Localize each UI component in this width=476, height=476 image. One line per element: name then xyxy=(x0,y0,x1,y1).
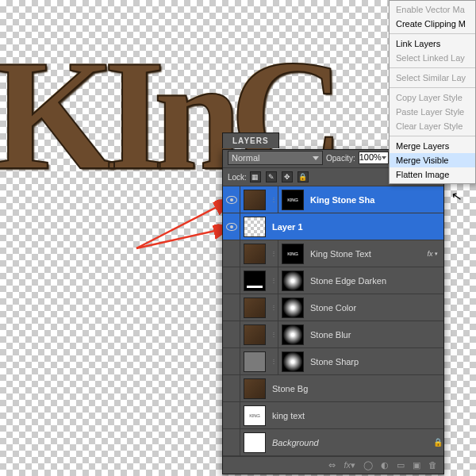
layer-thumbnail[interactable]: KING xyxy=(282,190,304,210)
eye-icon xyxy=(226,196,237,204)
adjustment-layer-icon[interactable]: ◐ xyxy=(381,460,389,470)
link-icon: ⋮ xyxy=(269,186,278,213)
visibility-toggle[interactable] xyxy=(223,321,240,347)
layer-row[interactable]: Background🔒 xyxy=(223,429,443,456)
layer-row[interactable]: Stone Bg xyxy=(223,375,443,402)
link-layers-icon[interactable]: ⇔ xyxy=(328,460,336,470)
layer-thumbnail[interactable] xyxy=(244,324,266,345)
layer-row[interactable]: Layer 1 xyxy=(223,213,443,240)
layer-row[interactable]: ⋮KINGKing Stone Sha xyxy=(223,186,443,213)
link-icon: ⋮ xyxy=(269,348,278,374)
menu-item: Copy Layer Style xyxy=(390,90,475,105)
visibility-toggle[interactable] xyxy=(223,402,240,428)
layer-row[interactable]: ⋮Stone Edge Darken xyxy=(223,267,443,294)
layer-name[interactable]: King Stone Text xyxy=(307,249,421,259)
menu-separator xyxy=(390,33,475,34)
layer-name[interactable]: Stone Edge Darken xyxy=(307,276,443,286)
menu-separator xyxy=(390,87,475,88)
layer-mask-icon[interactable]: ◯ xyxy=(363,460,373,470)
layer-thumbnail[interactable] xyxy=(244,271,266,291)
lock-icon: 🔒 xyxy=(432,438,443,447)
eye-icon xyxy=(226,223,237,231)
layer-thumbnail[interactable] xyxy=(244,244,266,264)
layer-fx-icon[interactable]: fx▾ xyxy=(344,460,355,470)
layer-thumbnail[interactable] xyxy=(244,432,266,453)
layer-thumbnail[interactable] xyxy=(244,351,266,372)
menu-item[interactable]: Merge Layers xyxy=(390,139,475,153)
layers-tab[interactable]: LAYERS xyxy=(222,132,279,148)
opacity-label: Opacity: xyxy=(326,154,355,163)
lock-position-icon[interactable]: ✥ xyxy=(282,171,293,182)
svg-line-1 xyxy=(136,228,225,248)
layer-group-icon[interactable]: ▭ xyxy=(397,460,405,470)
menu-item[interactable]: Link Layers xyxy=(390,36,475,51)
layer-row[interactable]: ⋮KINGKing Stone Textfx▾ xyxy=(223,240,443,267)
blend-mode-value: Normal xyxy=(232,153,259,163)
fx-indicator[interactable]: fx▾ xyxy=(421,250,443,258)
visibility-toggle[interactable] xyxy=(223,267,240,294)
visibility-toggle[interactable] xyxy=(223,240,240,267)
blend-mode-select[interactable]: Normal xyxy=(228,151,323,165)
opacity-field[interactable]: 100% xyxy=(359,152,389,164)
lock-transparency-icon[interactable]: ▦ xyxy=(250,171,261,182)
layer-thumbnail[interactable] xyxy=(282,298,304,318)
menu-item: Enable Vector Ma xyxy=(390,2,475,17)
layer-thumbnail[interactable] xyxy=(282,351,304,372)
menu-item[interactable]: Create Clipping M xyxy=(390,17,475,31)
layers-panel: LAYERS Normal Opacity: 100% Lock: ▦ ✎ ✥ … xyxy=(222,149,444,474)
menu-item: Paste Layer Style xyxy=(390,105,475,119)
layer-thumbnail[interactable]: KING xyxy=(282,244,304,264)
lock-label: Lock: xyxy=(228,173,247,182)
layers-panel-footer: ⇔ fx▾ ◯ ◐ ▭ ▣ 🗑 xyxy=(223,456,443,474)
layer-list: ⋮KINGKing Stone ShaLayer 1⋮KINGKing Ston… xyxy=(223,186,443,456)
link-icon: ⋮ xyxy=(269,267,278,294)
layer-context-menu: Enable Vector MaCreate Clipping MLink La… xyxy=(389,0,476,184)
visibility-toggle[interactable] xyxy=(223,213,240,240)
layer-row[interactable]: KINGking text xyxy=(223,402,443,429)
layer-thumbnail[interactable] xyxy=(244,298,266,318)
layer-name[interactable]: king text xyxy=(269,411,443,420)
menu-item: Clear Layer Style xyxy=(390,119,475,133)
layer-thumbnail[interactable] xyxy=(282,271,304,291)
menu-item[interactable]: Flatten Image xyxy=(390,167,475,182)
layer-row[interactable]: ⋮Stone Color xyxy=(223,294,443,321)
visibility-toggle[interactable] xyxy=(223,348,240,374)
chevron-down-icon xyxy=(313,156,319,160)
menu-item[interactable]: Merge Visible xyxy=(390,153,475,167)
lock-all-icon[interactable]: 🔒 xyxy=(298,171,309,182)
layer-name[interactable]: King Stone Sha xyxy=(307,195,443,205)
visibility-toggle[interactable] xyxy=(223,375,240,401)
layer-name[interactable]: Stone Sharp xyxy=(307,357,443,367)
layer-thumbnail[interactable] xyxy=(282,324,304,345)
link-icon: ⋮ xyxy=(269,240,278,267)
menu-separator xyxy=(390,67,475,68)
layer-thumbnail[interactable] xyxy=(244,190,266,210)
delete-layer-icon[interactable]: 🗑 xyxy=(428,460,437,470)
layer-name[interactable]: Stone Blur xyxy=(307,330,443,340)
menu-separator xyxy=(390,136,475,136)
link-icon: ⋮ xyxy=(269,321,278,347)
layer-name[interactable]: Background xyxy=(269,438,432,447)
layer-thumbnail[interactable] xyxy=(244,217,266,237)
visibility-toggle[interactable] xyxy=(223,186,240,213)
svg-line-0 xyxy=(136,202,226,248)
layer-row[interactable]: ⋮Stone Blur xyxy=(223,321,443,348)
layer-name[interactable]: Layer 1 xyxy=(269,222,443,232)
link-icon: ⋮ xyxy=(269,294,278,321)
layer-name[interactable]: Stone Bg xyxy=(269,384,443,393)
menu-item: Select Similar Lay xyxy=(390,71,475,85)
layer-thumbnail[interactable] xyxy=(244,378,266,399)
visibility-toggle[interactable] xyxy=(223,294,240,321)
layer-thumbnail[interactable]: KING xyxy=(244,405,266,426)
layer-name[interactable]: Stone Color xyxy=(307,303,443,313)
layer-row[interactable]: ⋮Stone Sharp xyxy=(223,348,443,375)
visibility-toggle[interactable] xyxy=(223,429,240,455)
menu-item: Select Linked Lay xyxy=(390,51,475,65)
new-layer-icon[interactable]: ▣ xyxy=(413,460,420,470)
lock-pixels-icon[interactable]: ✎ xyxy=(266,171,277,182)
